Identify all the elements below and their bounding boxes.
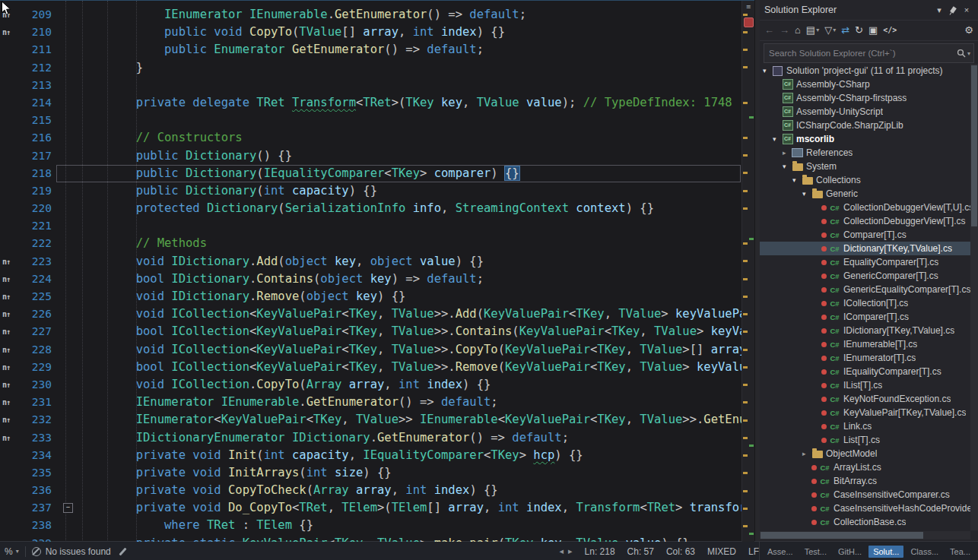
column-indicator[interactable]: Col: 63 [666, 546, 695, 557]
code-line-225[interactable]: n↑225 void IDictionary.Remove(object key… [0, 288, 742, 305]
forward-icon[interactable]: → [780, 24, 789, 36]
tree-item-comparer-t-cs[interactable]: C#Comparer[T].cs [760, 228, 970, 242]
line-number[interactable]: 214 [21, 94, 56, 112]
override-indicator-icon[interactable]: n↑ [2, 11, 10, 19]
line-number[interactable]: 236 [21, 482, 56, 499]
window-position-icon[interactable]: ▾ [932, 4, 946, 16]
tree-item-equalitycomparer-t-cs[interactable]: C#EqualityComparer[T].cs [760, 255, 970, 269]
filter-icon[interactable]: ▽▾ [824, 24, 836, 36]
tree-item-genericcomparer-t-cs[interactable]: C#GenericComparer[T].cs [760, 269, 970, 283]
tree-item-idictionary-tkey-tvalue-cs[interactable]: C#IDictionary[TKey,TValue].cs [760, 324, 970, 337]
tree-item-objectmodel[interactable]: ▸ObjectModel [760, 447, 970, 460]
tree-vertical-scrollbar[interactable] [970, 64, 978, 530]
line-number[interactable]: 225 [21, 288, 56, 305]
override-indicator-icon[interactable]: n↑ [2, 28, 10, 36]
override-indicator-icon[interactable]: n↑ [2, 310, 10, 318]
tree-item-collectionbase-cs[interactable]: C#CollectionBase.cs [760, 515, 970, 529]
code-editor[interactable]: n↑209 IEnumerator IEnumerable.GetEnumera… [0, 0, 754, 542]
code-line-212[interactable]: 212 } [0, 59, 742, 77]
tree-item-solution-project-gui-11-of-11-projects[interactable]: ▾Solution 'project-gui' (11 of 11 projec… [760, 64, 970, 78]
line-number[interactable]: 229 [21, 359, 56, 376]
code-line-233[interactable]: n↑233 IDictionaryEnumerator IDictionary.… [0, 429, 742, 447]
pin-icon[interactable] [946, 4, 960, 16]
code-line-210[interactable]: n↑210 public void CopyTo(TValue[] array,… [0, 24, 742, 41]
tree-item-assembly-csharp[interactable]: C#Assembly-CSharp [760, 78, 970, 91]
scroll-left-button[interactable]: ◂ [559, 546, 564, 556]
refresh-icon[interactable]: ↻ [855, 24, 863, 36]
tree-item-system[interactable]: ▾System [760, 160, 970, 173]
line-indicator[interactable]: Ln: 218 [585, 546, 615, 557]
code-line-228[interactable]: n↑228 void ICollection<KeyValuePair<TKey… [0, 341, 742, 359]
code-line-223[interactable]: n↑223 void IDictionary.Add(object key, o… [0, 253, 742, 271]
close-icon[interactable]: × [960, 4, 973, 16]
tree-item-icomparer-t-cs[interactable]: C#IComparer[T].cs [760, 310, 970, 324]
collapse-arrow-icon[interactable]: ▾ [802, 190, 811, 198]
override-indicator-icon[interactable]: n↑ [2, 363, 10, 372]
line-number[interactable]: 210 [21, 24, 56, 41]
collapse-arrow-icon[interactable]: ▾ [792, 176, 802, 184]
char-indicator[interactable]: Ch: 57 [627, 546, 654, 557]
tree-item-ienumerable-t-cs[interactable]: C#IEnumerable[T].cs [760, 337, 970, 351]
scrollbar-thumb[interactable] [760, 532, 923, 539]
expand-arrow-icon[interactable]: ▸ [783, 149, 792, 157]
tree-item-list-t-cs[interactable]: C#List[T].cs [760, 433, 970, 447]
code-line-232[interactable]: n↑232 IEnumerator<KeyValuePair<TKey, TVa… [0, 411, 742, 429]
line-number[interactable]: 226 [21, 305, 56, 323]
code-line-217[interactable]: 217 public Dictionary() {} [0, 147, 742, 165]
override-indicator-icon[interactable]: n↑ [2, 346, 10, 354]
switch-views-icon[interactable]: ▤▾ [806, 24, 819, 36]
search-input[interactable] [764, 49, 957, 58]
code-line-221[interactable]: 221 [0, 217, 742, 235]
code-line-215[interactable]: 215 [0, 112, 742, 129]
line-number[interactable]: 235 [21, 464, 56, 482]
line-number[interactable]: 212 [21, 59, 56, 77]
code-line-236[interactable]: 236 private void CopyToCheck(Array array… [0, 482, 742, 499]
tool-window-tab-gith[interactable]: GitH... [834, 546, 866, 558]
tree-item-references[interactable]: ▸References [760, 146, 970, 160]
code-line-231[interactable]: n↑231 IEnumerator IEnumerable.GetEnumera… [0, 394, 742, 411]
line-number[interactable]: 221 [21, 217, 56, 235]
line-number[interactable]: 222 [21, 235, 56, 252]
code-line-239[interactable]: 239 private static KeyValuePair<TKey, TV… [0, 535, 742, 542]
line-number[interactable]: 223 [21, 253, 56, 271]
code-line-235[interactable]: 235 private void InitArrays(int size) {} [0, 464, 742, 482]
sync-with-active-document-icon[interactable]: ⇄ [841, 24, 849, 36]
line-number[interactable]: 213 [21, 77, 56, 94]
tree-item-icsharpcode-sharpziplib[interactable]: C#ICSharpCode.SharpZipLib [760, 119, 970, 132]
code-line-216[interactable]: 216 // Constructors [0, 129, 742, 147]
tree-item-iequalitycomparer-t-cs[interactable]: C#IEqualityComparer[T].cs [760, 365, 970, 378]
tool-window-tab-tea[interactable]: Tea... [945, 546, 975, 558]
collapse-all-icon[interactable]: ▣ [868, 24, 878, 36]
search-icon[interactable] [957, 49, 966, 58]
collapse-region-button[interactable]: − [63, 503, 73, 513]
tree-item-collectiondebuggerview-t-cs[interactable]: C#CollectionDebuggerView[T].cs [760, 214, 970, 228]
line-number[interactable]: 230 [21, 376, 56, 394]
line-number[interactable]: 232 [21, 411, 56, 429]
code-line-237[interactable]: 237− private void Do_CopyTo<TRet, TElem>… [0, 499, 742, 517]
code-line-219[interactable]: 219 public Dictionary(int capacity) {} [0, 182, 742, 200]
line-number[interactable]: 217 [21, 147, 56, 165]
home-icon[interactable]: ⌂ [795, 24, 801, 36]
zoom-control[interactable]: % ▾ [5, 546, 19, 557]
line-number[interactable]: 234 [21, 447, 56, 464]
code-line-220[interactable]: 220 protected Dictionary(SerializationIn… [0, 200, 742, 217]
split-editor-handle[interactable]: ≡ [742, 2, 754, 11]
tree-item-icollection-t-cs[interactable]: C#ICollection[T].cs [760, 296, 970, 310]
search-box[interactable]: ▾ [764, 43, 974, 63]
override-indicator-icon[interactable]: n↑ [2, 434, 10, 442]
line-number[interactable]: 227 [21, 323, 56, 340]
code-line-211[interactable]: 211 public Enumerator GetEnumerator() =>… [0, 41, 742, 59]
line-number[interactable]: 237 [21, 499, 56, 517]
chevron-down-icon[interactable]: ▾ [967, 50, 970, 57]
tree-item-caseinsensitivecomparer-cs[interactable]: C#CaseInsensitiveComparer.cs [760, 488, 970, 501]
line-number[interactable]: 228 [21, 341, 56, 359]
code-line-213[interactable]: 213 [0, 77, 742, 94]
tree-item-ienumerator-t-cs[interactable]: C#IEnumerator[T].cs [760, 351, 970, 365]
code-line-224[interactable]: n↑224 bool IDictionary.Contains(object k… [0, 271, 742, 288]
line-number[interactable]: 231 [21, 394, 56, 411]
code-line-222[interactable]: 222 // Methods [0, 235, 742, 252]
scrollbar-thumb[interactable] [971, 65, 977, 226]
collapse-arrow-icon[interactable]: ▾ [773, 135, 782, 143]
code-line-214[interactable]: 214 private delegate TRet Transform<TRet… [0, 94, 742, 112]
tree-item-mscorlib[interactable]: ▾C#mscorlib [760, 132, 970, 146]
